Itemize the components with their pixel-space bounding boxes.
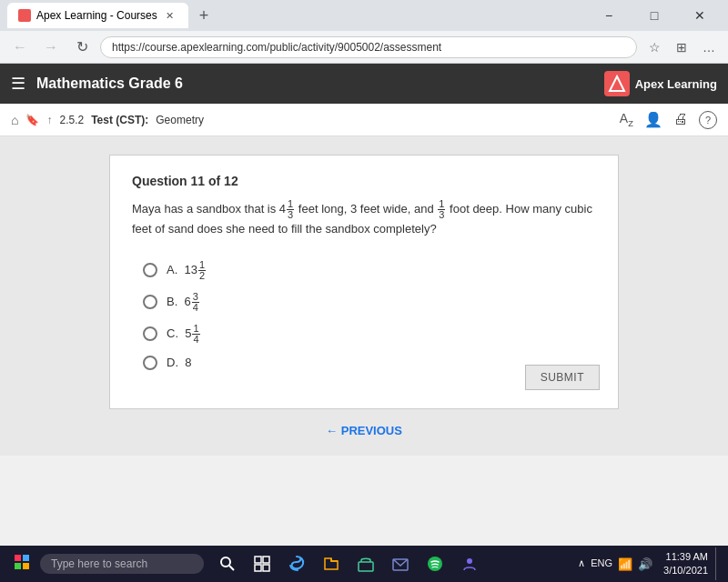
question-text: Maya has a sandbox that is 413 feet long…	[132, 199, 596, 238]
bottom-nav: ← PREVIOUS	[326, 424, 402, 437]
option-b[interactable]: B. 634	[143, 292, 585, 313]
clock-time: 11:39 AM	[663, 550, 708, 564]
clock[interactable]: 11:39 AM 3/10/2021	[663, 550, 708, 578]
wifi-icon[interactable]: 📶	[618, 557, 632, 571]
option-c[interactable]: C. 514	[143, 324, 585, 345]
breadcrumb-test-label: Test (CST):	[91, 114, 148, 126]
svg-rect-9	[255, 565, 261, 571]
content-area: Question 11 of 12 Maya has a sandbox tha…	[0, 136, 728, 456]
new-tab-button[interactable]: +	[194, 6, 215, 25]
option-a[interactable]: A. 1312	[143, 260, 585, 281]
breadcrumb-bar: ⌂ 🔖 ↑ 2.5.2 Test (CST): Geometry Az 👤 🖨 …	[0, 104, 728, 136]
edge-icon	[288, 555, 306, 573]
user-icon[interactable]: 👤	[644, 111, 662, 129]
apex-logo-svg	[608, 75, 626, 93]
taskbar-app-taskview[interactable]	[246, 547, 278, 580]
taskview-icon	[254, 556, 270, 572]
spotify-icon	[426, 555, 444, 573]
minimize-button[interactable]: −	[588, 0, 630, 31]
address-bar: ← → ↻ ☆ ⊞ …	[0, 31, 728, 64]
maximize-button[interactable]: □	[633, 0, 675, 31]
taskbar-app-spotify[interactable]	[419, 547, 451, 580]
option-c-label: C. 514	[167, 324, 201, 345]
page-wrapper: Apex Learning - Courses ✕ + − □ ✕ ← → ↻ …	[0, 0, 728, 582]
taskbar-app-search[interactable]	[211, 547, 244, 580]
option-a-label: A. 1312	[167, 260, 207, 281]
fraction-2: 13	[438, 199, 445, 220]
hamburger-menu-icon[interactable]: ☰	[11, 74, 25, 94]
address-input[interactable]	[100, 36, 637, 58]
bookmark-icon[interactable]: ☆	[642, 35, 666, 59]
windows-logo-icon	[15, 555, 29, 569]
svg-rect-4	[23, 563, 29, 569]
question-card: Question 11 of 12 Maya has a sandbox tha…	[109, 155, 619, 409]
radio-b[interactable]	[143, 295, 157, 309]
close-button[interactable]: ✕	[679, 0, 721, 31]
tab-favicon	[18, 9, 31, 22]
breadcrumb-topic: Geometry	[156, 114, 204, 126]
extensions-icon[interactable]: ⊞	[670, 35, 693, 59]
svg-rect-11	[359, 562, 373, 571]
breadcrumb-arrow: ↑	[46, 114, 52, 126]
taskbar-app-teams[interactable]	[453, 547, 486, 580]
bookmark-nav-icon[interactable]: 🔖	[25, 114, 39, 126]
refresh-button[interactable]: ↻	[69, 35, 95, 60]
app-header: ☰ Mathematics Grade 6 Apex Learning	[0, 64, 728, 104]
answer-options: A. 1312 B. 634 C. 514 D. 8	[132, 253, 596, 377]
radio-d[interactable]	[143, 356, 157, 370]
tray-icons: ∧ ENG 📶 🔊	[578, 557, 652, 571]
search-icon	[219, 556, 236, 572]
back-button[interactable]: ←	[7, 35, 33, 60]
svg-point-5	[221, 557, 230, 567]
svg-rect-7	[255, 557, 261, 563]
taskbar-app-mail[interactable]	[384, 547, 417, 580]
radio-a[interactable]	[143, 263, 157, 277]
windows-start-button[interactable]	[7, 551, 36, 577]
store-icon	[357, 555, 375, 573]
previous-button[interactable]: ← PREVIOUS	[326, 424, 402, 437]
forward-button[interactable]: →	[38, 35, 64, 60]
svg-marker-0	[610, 76, 624, 91]
taskbar-tray: ∧ ENG 📶 🔊 11:39 AM 3/10/2021	[578, 547, 721, 580]
svg-rect-8	[263, 557, 269, 563]
volume-icon[interactable]: 🔊	[638, 557, 652, 571]
taskbar-app-store[interactable]	[349, 547, 382, 580]
taskbar-apps	[211, 547, 486, 580]
option-d[interactable]: D. 8	[143, 356, 585, 370]
browser-tab[interactable]: Apex Learning - Courses ✕	[7, 3, 188, 28]
print-icon[interactable]: 🖨	[673, 111, 688, 129]
svg-rect-3	[15, 563, 21, 569]
language-icon[interactable]: ENG	[591, 557, 612, 571]
taskbar-app-files[interactable]	[315, 547, 348, 580]
fraction-c: 14	[192, 324, 199, 345]
option-d-label: D. 8	[167, 356, 191, 369]
fraction-b: 34	[192, 292, 199, 313]
help-icon[interactable]: ?	[699, 111, 717, 129]
tab-close-button[interactable]: ✕	[163, 8, 177, 23]
taskbar-app-edge[interactable]	[280, 547, 313, 580]
tab-title: Apex Learning - Courses	[36, 9, 157, 22]
more-options-icon[interactable]: …	[697, 35, 721, 59]
taskbar-start	[7, 551, 204, 577]
files-icon	[322, 555, 340, 573]
question-number: Question 11 of 12	[132, 174, 596, 188]
app-title: Mathematics Grade 6	[36, 75, 604, 92]
svg-rect-12	[393, 559, 408, 570]
submit-button[interactable]: SUBMIT	[525, 365, 600, 390]
apex-logo-text: Apex Learning	[635, 77, 717, 91]
clock-date: 3/10/2021	[663, 564, 708, 577]
fraction-1: 13	[287, 199, 294, 220]
teams-icon	[460, 555, 479, 573]
browser-title-bar: Apex Learning - Courses ✕ + − □ ✕	[0, 0, 728, 31]
chevron-up-tray-icon[interactable]: ∧	[578, 557, 585, 571]
svg-point-14	[467, 558, 472, 564]
address-icons: ☆ ⊞ …	[642, 35, 721, 59]
translate-icon[interactable]: Az	[620, 111, 633, 129]
home-icon[interactable]: ⌂	[11, 113, 18, 127]
radio-c[interactable]	[143, 326, 157, 341]
option-b-label: B. 634	[167, 292, 200, 313]
show-desktop-button[interactable]	[715, 547, 721, 580]
breadcrumb-right-icons: Az 👤 🖨 ?	[620, 111, 717, 129]
taskbar: ∧ ENG 📶 🔊 11:39 AM 3/10/2021	[0, 546, 728, 582]
taskbar-search-input[interactable]	[40, 554, 204, 574]
